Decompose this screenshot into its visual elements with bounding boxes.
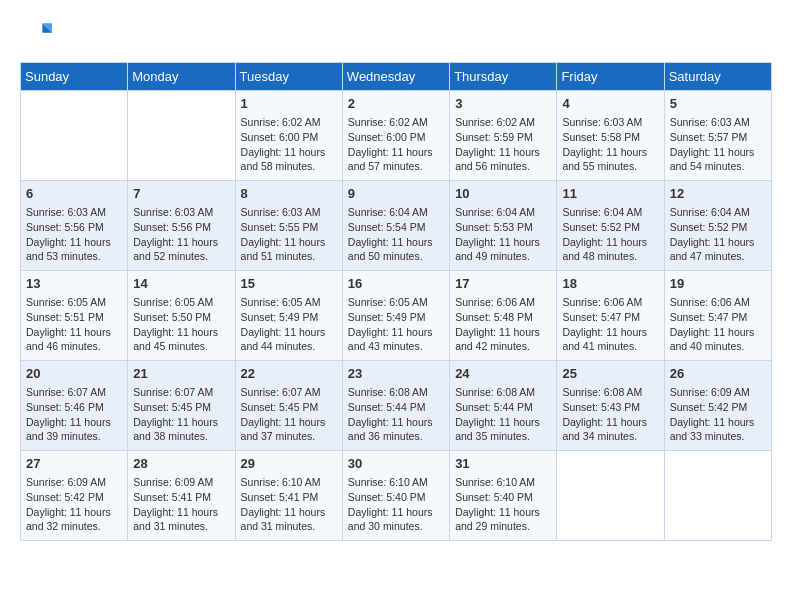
calendar-cell: 6Sunrise: 6:03 AMSunset: 5:56 PMDaylight… [21, 181, 128, 271]
day-info: Sunrise: 6:05 AMSunset: 5:51 PMDaylight:… [26, 295, 122, 354]
calendar-body: 1Sunrise: 6:02 AMSunset: 6:00 PMDaylight… [21, 91, 772, 541]
day-number: 22 [241, 365, 337, 383]
calendar-cell: 9Sunrise: 6:04 AMSunset: 5:54 PMDaylight… [342, 181, 449, 271]
day-info: Sunrise: 6:06 AMSunset: 5:47 PMDaylight:… [562, 295, 658, 354]
day-info: Sunrise: 6:02 AMSunset: 6:00 PMDaylight:… [348, 115, 444, 174]
weekday-header-cell: Wednesday [342, 63, 449, 91]
day-number: 4 [562, 95, 658, 113]
day-number: 28 [133, 455, 229, 473]
day-number: 23 [348, 365, 444, 383]
weekday-header-cell: Sunday [21, 63, 128, 91]
calendar-cell: 3Sunrise: 6:02 AMSunset: 5:59 PMDaylight… [450, 91, 557, 181]
day-info: Sunrise: 6:08 AMSunset: 5:43 PMDaylight:… [562, 385, 658, 444]
day-number: 30 [348, 455, 444, 473]
day-number: 11 [562, 185, 658, 203]
day-number: 3 [455, 95, 551, 113]
page-header [20, 20, 772, 52]
day-number: 2 [348, 95, 444, 113]
calendar-week-row: 1Sunrise: 6:02 AMSunset: 6:00 PMDaylight… [21, 91, 772, 181]
day-info: Sunrise: 6:04 AMSunset: 5:52 PMDaylight:… [670, 205, 766, 264]
day-info: Sunrise: 6:09 AMSunset: 5:42 PMDaylight:… [26, 475, 122, 534]
calendar-cell: 15Sunrise: 6:05 AMSunset: 5:49 PMDayligh… [235, 271, 342, 361]
day-info: Sunrise: 6:03 AMSunset: 5:56 PMDaylight:… [26, 205, 122, 264]
calendar-cell: 12Sunrise: 6:04 AMSunset: 5:52 PMDayligh… [664, 181, 771, 271]
day-info: Sunrise: 6:05 AMSunset: 5:50 PMDaylight:… [133, 295, 229, 354]
day-info: Sunrise: 6:09 AMSunset: 5:42 PMDaylight:… [670, 385, 766, 444]
calendar-cell: 28Sunrise: 6:09 AMSunset: 5:41 PMDayligh… [128, 451, 235, 541]
weekday-header-cell: Tuesday [235, 63, 342, 91]
calendar-table: SundayMondayTuesdayWednesdayThursdayFrid… [20, 62, 772, 541]
day-number: 29 [241, 455, 337, 473]
day-info: Sunrise: 6:09 AMSunset: 5:41 PMDaylight:… [133, 475, 229, 534]
calendar-cell: 17Sunrise: 6:06 AMSunset: 5:48 PMDayligh… [450, 271, 557, 361]
day-info: Sunrise: 6:02 AMSunset: 6:00 PMDaylight:… [241, 115, 337, 174]
weekday-header-cell: Monday [128, 63, 235, 91]
day-info: Sunrise: 6:05 AMSunset: 5:49 PMDaylight:… [348, 295, 444, 354]
day-info: Sunrise: 6:08 AMSunset: 5:44 PMDaylight:… [348, 385, 444, 444]
day-info: Sunrise: 6:03 AMSunset: 5:58 PMDaylight:… [562, 115, 658, 174]
calendar-cell: 2Sunrise: 6:02 AMSunset: 6:00 PMDaylight… [342, 91, 449, 181]
day-info: Sunrise: 6:10 AMSunset: 5:40 PMDaylight:… [455, 475, 551, 534]
day-number: 5 [670, 95, 766, 113]
day-info: Sunrise: 6:03 AMSunset: 5:56 PMDaylight:… [133, 205, 229, 264]
weekday-header-cell: Thursday [450, 63, 557, 91]
calendar-week-row: 6Sunrise: 6:03 AMSunset: 5:56 PMDaylight… [21, 181, 772, 271]
day-number: 21 [133, 365, 229, 383]
day-info: Sunrise: 6:07 AMSunset: 5:45 PMDaylight:… [241, 385, 337, 444]
day-number: 15 [241, 275, 337, 293]
calendar-cell: 24Sunrise: 6:08 AMSunset: 5:44 PMDayligh… [450, 361, 557, 451]
day-info: Sunrise: 6:10 AMSunset: 5:40 PMDaylight:… [348, 475, 444, 534]
day-info: Sunrise: 6:04 AMSunset: 5:52 PMDaylight:… [562, 205, 658, 264]
calendar-week-row: 27Sunrise: 6:09 AMSunset: 5:42 PMDayligh… [21, 451, 772, 541]
day-number: 8 [241, 185, 337, 203]
calendar-cell: 29Sunrise: 6:10 AMSunset: 5:41 PMDayligh… [235, 451, 342, 541]
calendar-cell: 8Sunrise: 6:03 AMSunset: 5:55 PMDaylight… [235, 181, 342, 271]
day-number: 26 [670, 365, 766, 383]
calendar-cell [21, 91, 128, 181]
calendar-cell: 19Sunrise: 6:06 AMSunset: 5:47 PMDayligh… [664, 271, 771, 361]
calendar-cell: 7Sunrise: 6:03 AMSunset: 5:56 PMDaylight… [128, 181, 235, 271]
day-number: 18 [562, 275, 658, 293]
calendar-cell: 16Sunrise: 6:05 AMSunset: 5:49 PMDayligh… [342, 271, 449, 361]
calendar-cell: 10Sunrise: 6:04 AMSunset: 5:53 PMDayligh… [450, 181, 557, 271]
logo [20, 20, 54, 52]
calendar-cell: 13Sunrise: 6:05 AMSunset: 5:51 PMDayligh… [21, 271, 128, 361]
calendar-cell: 5Sunrise: 6:03 AMSunset: 5:57 PMDaylight… [664, 91, 771, 181]
day-number: 31 [455, 455, 551, 473]
logo-icon [20, 20, 52, 52]
day-info: Sunrise: 6:06 AMSunset: 5:47 PMDaylight:… [670, 295, 766, 354]
calendar-cell: 18Sunrise: 6:06 AMSunset: 5:47 PMDayligh… [557, 271, 664, 361]
weekday-header-cell: Friday [557, 63, 664, 91]
calendar-cell: 14Sunrise: 6:05 AMSunset: 5:50 PMDayligh… [128, 271, 235, 361]
day-info: Sunrise: 6:07 AMSunset: 5:45 PMDaylight:… [133, 385, 229, 444]
weekday-header-cell: Saturday [664, 63, 771, 91]
day-number: 27 [26, 455, 122, 473]
day-info: Sunrise: 6:03 AMSunset: 5:57 PMDaylight:… [670, 115, 766, 174]
day-number: 9 [348, 185, 444, 203]
calendar-cell: 1Sunrise: 6:02 AMSunset: 6:00 PMDaylight… [235, 91, 342, 181]
day-number: 19 [670, 275, 766, 293]
calendar-cell: 4Sunrise: 6:03 AMSunset: 5:58 PMDaylight… [557, 91, 664, 181]
day-number: 16 [348, 275, 444, 293]
calendar-cell: 21Sunrise: 6:07 AMSunset: 5:45 PMDayligh… [128, 361, 235, 451]
day-info: Sunrise: 6:06 AMSunset: 5:48 PMDaylight:… [455, 295, 551, 354]
calendar-cell: 23Sunrise: 6:08 AMSunset: 5:44 PMDayligh… [342, 361, 449, 451]
calendar-cell: 31Sunrise: 6:10 AMSunset: 5:40 PMDayligh… [450, 451, 557, 541]
calendar-cell: 25Sunrise: 6:08 AMSunset: 5:43 PMDayligh… [557, 361, 664, 451]
day-number: 25 [562, 365, 658, 383]
day-number: 17 [455, 275, 551, 293]
day-number: 14 [133, 275, 229, 293]
calendar-cell [664, 451, 771, 541]
day-number: 1 [241, 95, 337, 113]
calendar-cell: 26Sunrise: 6:09 AMSunset: 5:42 PMDayligh… [664, 361, 771, 451]
weekday-header-row: SundayMondayTuesdayWednesdayThursdayFrid… [21, 63, 772, 91]
day-info: Sunrise: 6:05 AMSunset: 5:49 PMDaylight:… [241, 295, 337, 354]
day-number: 7 [133, 185, 229, 203]
calendar-cell: 11Sunrise: 6:04 AMSunset: 5:52 PMDayligh… [557, 181, 664, 271]
calendar-cell: 22Sunrise: 6:07 AMSunset: 5:45 PMDayligh… [235, 361, 342, 451]
calendar-week-row: 20Sunrise: 6:07 AMSunset: 5:46 PMDayligh… [21, 361, 772, 451]
calendar-cell: 27Sunrise: 6:09 AMSunset: 5:42 PMDayligh… [21, 451, 128, 541]
calendar-cell [128, 91, 235, 181]
day-info: Sunrise: 6:02 AMSunset: 5:59 PMDaylight:… [455, 115, 551, 174]
calendar-cell: 30Sunrise: 6:10 AMSunset: 5:40 PMDayligh… [342, 451, 449, 541]
